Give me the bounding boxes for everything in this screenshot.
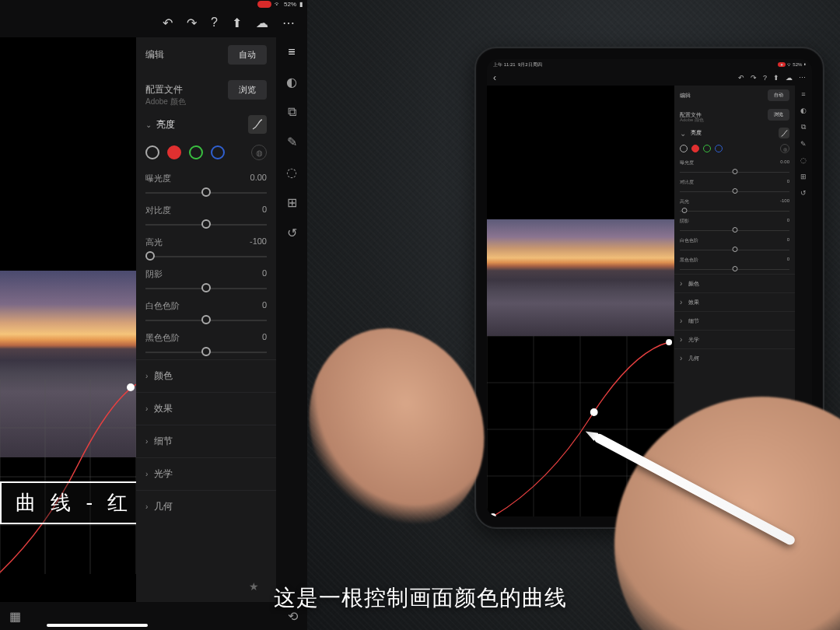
light-section-header[interactable]: ⌄ 亮度 xyxy=(136,107,276,142)
chevron-right-icon: › xyxy=(680,354,682,362)
whites-slider[interactable] xyxy=(145,313,267,326)
more-button[interactable]: ⋯ xyxy=(282,16,295,30)
ipad-exposure-slider[interactable] xyxy=(680,168,789,176)
browse-button[interactable]: 浏览 xyxy=(228,80,267,100)
optics-section[interactable]: ›光学 xyxy=(136,457,276,490)
ipad-blacks-row: 黑色色阶0 xyxy=(674,254,795,274)
ipad-shadows-row: 阴影0 xyxy=(674,215,795,235)
chevron-down-icon: ⌄ xyxy=(145,121,152,129)
cloud-button[interactable]: ☁ xyxy=(256,16,268,30)
ipad-blacks-label: 黑色色阶 xyxy=(680,257,698,264)
photo-preview[interactable] xyxy=(0,271,136,457)
tone-curve-button[interactable] xyxy=(248,115,267,134)
ipad-presets-icon[interactable]: ⊞ xyxy=(800,173,807,180)
highlights-slider[interactable] xyxy=(145,250,267,262)
ipad-radial-icon[interactable]: ◌ xyxy=(800,156,807,164)
ipad-channel-red[interactable] xyxy=(691,145,699,152)
ipad-redo-button[interactable]: ↷ xyxy=(751,74,757,82)
ipad-light-section-header[interactable]: ⌄ 亮度 xyxy=(674,124,795,142)
chevron-down-icon: ⌄ xyxy=(680,129,686,138)
geometry-section[interactable]: ›几何 xyxy=(136,490,276,523)
ipad-whites-label: 白色色阶 xyxy=(680,237,698,244)
ipad-tone-curve-button[interactable] xyxy=(779,128,789,138)
ipad-date: 9月2日周四 xyxy=(518,62,542,67)
ipad-photo-preview[interactable] xyxy=(487,219,674,336)
ipad-color-section[interactable]: ›颜色 xyxy=(674,274,795,292)
auto-button[interactable]: 自动 xyxy=(228,45,267,65)
chevron-right-icon: › xyxy=(680,335,682,344)
ipad-crop-icon[interactable]: ⧉ xyxy=(801,123,806,131)
channel-blue[interactable] xyxy=(211,145,225,159)
svg-point-21 xyxy=(666,339,672,345)
exposure-slider[interactable] xyxy=(145,186,267,198)
ipad-top-toolbar: ‹ ↶ ↷ ? ⬆ ☁ ⋯ xyxy=(487,70,812,86)
annotation-text: 曲 线 - 红 / 青 xyxy=(16,491,136,514)
ipad-channel-green[interactable] xyxy=(703,145,711,152)
radial-tool-icon[interactable]: ◌ xyxy=(286,165,297,180)
ipad-brush-icon[interactable]: ✎ xyxy=(800,140,807,148)
ipad-effects-section[interactable]: ›效果 xyxy=(674,292,795,311)
healing-tool-icon[interactable]: ◐ xyxy=(286,75,297,89)
color-section[interactable]: ›颜色 xyxy=(136,359,276,392)
channel-luma[interactable] xyxy=(145,145,159,159)
ipad-whites-slider[interactable] xyxy=(680,246,789,254)
shadows-slider-row: 阴影0 xyxy=(136,264,276,296)
effects-section[interactable]: ›效果 xyxy=(136,392,276,425)
ipad-whites-value: 0 xyxy=(787,237,789,244)
ipad-auto-button[interactable]: 自动 xyxy=(768,89,789,101)
contrast-slider[interactable] xyxy=(145,218,267,230)
ipad-channel-luma[interactable] xyxy=(680,145,688,152)
blacks-slider[interactable] xyxy=(145,345,267,358)
ipad-healing-icon[interactable]: ◐ xyxy=(800,107,807,114)
shadows-slider[interactable] xyxy=(145,282,267,294)
ipad-browse-button[interactable]: 浏览 xyxy=(768,109,789,121)
ipad-shadows-slider[interactable] xyxy=(680,226,789,234)
ipad-versions-icon[interactable]: ↺ xyxy=(800,189,807,197)
ipad-contrast-slider[interactable] xyxy=(680,187,789,195)
ipad-detail-section[interactable]: ›细节 xyxy=(674,311,795,330)
edit-header-row: 编辑 自动 xyxy=(136,37,276,72)
ipad-back-button[interactable]: ‹ xyxy=(493,72,496,83)
ipad-color-label: 颜色 xyxy=(688,280,699,288)
channel-green[interactable] xyxy=(189,145,203,159)
channel-selector-row: ◍ xyxy=(136,142,276,168)
ipad-more-button[interactable]: ⋯ xyxy=(799,74,806,82)
ipad-optics-section[interactable]: ›光学 xyxy=(674,330,795,348)
share-button[interactable]: ⬆ xyxy=(232,16,242,30)
edit-label: 编辑 xyxy=(145,48,164,61)
ipad-channel-blue[interactable] xyxy=(715,145,723,152)
brush-tool-icon[interactable]: ✎ xyxy=(287,135,297,149)
ipad-cloud-button[interactable]: ☁ xyxy=(786,74,793,82)
ipad-channel-row: ◍ xyxy=(674,142,795,157)
filmstrip-button[interactable]: ▦ xyxy=(9,609,21,624)
star-button[interactable]: ★ xyxy=(249,580,259,593)
adjust-tool-icon[interactable]: ≡ xyxy=(288,45,295,59)
chevron-right-icon: › xyxy=(145,470,148,478)
detail-label: 细节 xyxy=(154,435,173,448)
home-indicator xyxy=(47,624,148,627)
status-bar: ᯤ 52% ▮ xyxy=(0,0,307,8)
crop-tool-icon[interactable]: ⧉ xyxy=(288,105,296,119)
ipad-geometry-section[interactable]: ›几何 xyxy=(674,348,795,367)
redo-button[interactable]: ↷ xyxy=(187,16,197,30)
versions-tool-icon[interactable]: ↺ xyxy=(287,226,297,240)
chevron-right-icon: › xyxy=(680,298,682,306)
ipad-adjust-icon[interactable]: ≡ xyxy=(801,90,805,98)
detail-section[interactable]: ›细节 xyxy=(136,425,276,457)
ipad-highlights-slider[interactable] xyxy=(680,207,789,215)
parametric-curve-button[interactable]: ◍ xyxy=(251,145,267,160)
undo-button[interactable]: ↶ xyxy=(163,16,173,30)
ipad-blacks-slider[interactable] xyxy=(680,265,789,273)
ipad-exposure-value: 0.00 xyxy=(780,159,789,166)
reset-button[interactable]: ⟲ xyxy=(288,609,298,624)
ipad-parametric-button[interactable]: ◍ xyxy=(780,144,789,153)
presets-tool-icon[interactable]: ⊞ xyxy=(287,195,297,210)
ipad-help-button[interactable]: ? xyxy=(763,74,767,82)
ipad-share-button[interactable]: ⬆ xyxy=(773,74,779,82)
ipad-highlights-row: 高光-100 xyxy=(674,196,795,215)
ipad-time: 上午 11:21 xyxy=(493,62,516,67)
help-button[interactable]: ? xyxy=(211,16,218,30)
ipad-undo-button[interactable]: ↶ xyxy=(738,74,744,82)
channel-red[interactable] xyxy=(167,145,181,159)
blacks-value: 0 xyxy=(262,332,267,344)
